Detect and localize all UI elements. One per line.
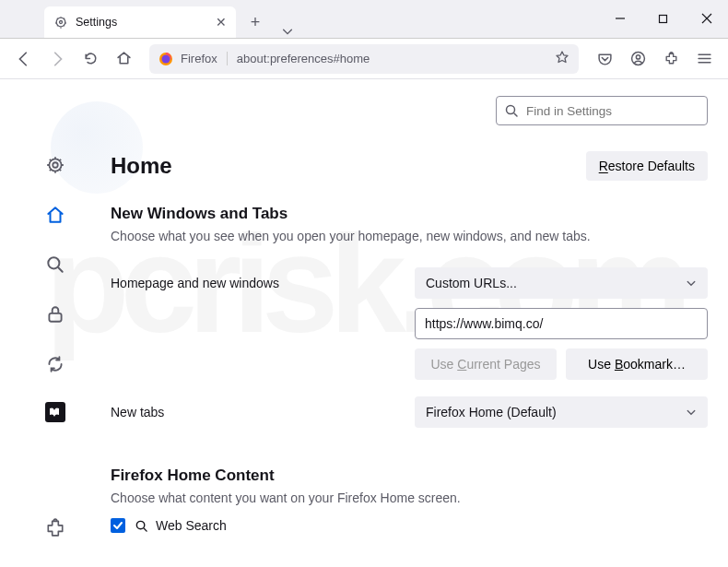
tab-title: Settings (76, 16, 117, 29)
nav-search-icon[interactable] (43, 253, 67, 277)
use-bookmark-button[interactable]: Use Bookmark… (566, 348, 708, 380)
svg-point-6 (636, 55, 640, 59)
pocket-icon[interactable] (590, 44, 619, 74)
menu-icon[interactable] (689, 44, 719, 74)
back-button[interactable] (9, 44, 39, 74)
tab-bar: Settings ✕ + (0, 0, 728, 39)
tab-close-icon[interactable]: ✕ (216, 15, 227, 30)
nav-home-icon[interactable] (43, 203, 67, 227)
search-icon (504, 103, 519, 118)
homepage-url-input[interactable] (415, 308, 708, 339)
url-bar[interactable]: Firefox about:preferences#home (149, 44, 579, 74)
new-tab-button[interactable]: + (241, 8, 269, 36)
svg-point-8 (48, 257, 59, 268)
search-icon (135, 519, 148, 533)
svg-point-0 (60, 21, 63, 24)
chevron-down-icon (686, 407, 697, 418)
section-new-windows-subtitle: Choose what you see when you open your h… (111, 229, 708, 243)
url-prefix: Firefox (181, 52, 228, 65)
homepage-label: Homepage and new windows (111, 276, 396, 290)
url-path: about:preferences#home (237, 52, 370, 65)
section-new-windows-title: New Windows and Tabs (111, 205, 708, 223)
nav-extensions-icon[interactable] (43, 515, 67, 539)
account-icon[interactable] (623, 44, 652, 74)
websearch-checkbox[interactable] (111, 518, 125, 533)
bookmark-star-icon[interactable] (555, 50, 569, 68)
page-title: Home (111, 153, 172, 179)
forward-button[interactable] (42, 44, 72, 74)
section-home-content-title: Firefox Home Content (111, 467, 708, 485)
use-current-pages-button[interactable]: Use Current Pages (415, 348, 557, 380)
svg-point-7 (53, 162, 58, 168)
find-settings-input[interactable] (496, 96, 708, 125)
homepage-mode-select[interactable]: Custom URLs... (415, 267, 708, 299)
svg-point-11 (136, 521, 144, 528)
svg-point-4 (162, 54, 170, 63)
restore-defaults-button[interactable]: Restore Defaults (586, 151, 708, 181)
settings-content: Home Restore Defaults New Windows and Ta… (111, 79, 728, 567)
section-home-content-subtitle: Choose what content you want on your Fir… (111, 490, 708, 505)
firefox-icon (159, 52, 173, 66)
toolbar: Firefox about:preferences#home (0, 39, 728, 79)
svg-rect-2 (660, 15, 667, 22)
newtabs-select[interactable]: Firefox Home (Default) (415, 396, 708, 428)
nav-sync-icon[interactable] (43, 352, 67, 376)
close-window-button[interactable] (685, 0, 728, 38)
browser-tab[interactable]: Settings ✕ (44, 6, 236, 38)
nav-privacy-icon[interactable] (43, 302, 67, 326)
home-button[interactable] (109, 44, 138, 74)
newtabs-label: New tabs (111, 405, 396, 419)
settings-nav (0, 79, 111, 567)
nav-general-icon[interactable] (43, 153, 67, 177)
reload-button[interactable] (76, 44, 105, 74)
svg-rect-9 (49, 313, 61, 322)
tabs-dropdown-icon[interactable] (269, 25, 306, 38)
maximize-button[interactable] (641, 0, 685, 38)
chevron-down-icon (686, 278, 697, 289)
minimize-button[interactable] (598, 0, 641, 38)
websearch-label: Web Search (156, 518, 227, 533)
nav-more-icon[interactable] (45, 402, 65, 422)
extensions-icon[interactable] (656, 44, 686, 74)
svg-point-10 (507, 106, 515, 114)
